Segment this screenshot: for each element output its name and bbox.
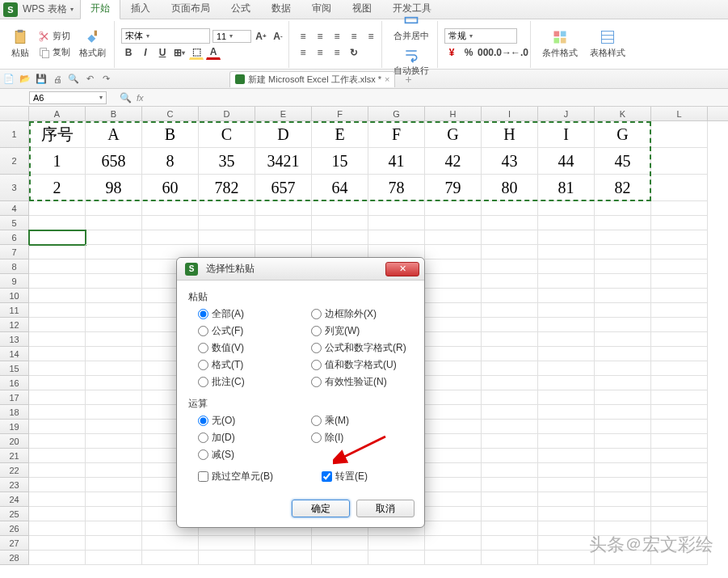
app-menu-dropdown-icon[interactable]: ▾ [70,6,74,13]
underline-button[interactable]: U [155,45,170,60]
cell[interactable] [651,303,708,318]
cell[interactable]: 35 [199,148,255,175]
cell[interactable] [651,148,708,175]
cancel-button[interactable]: 取消 [356,500,414,517]
decrease-decimal-button[interactable]: ←.0 [512,45,527,60]
cell[interactable] [425,478,482,492]
radio-input[interactable] [198,416,208,426]
cell[interactable] [482,216,538,230]
cell[interactable] [29,230,86,245]
select-all-corner[interactable] [0,107,29,120]
merge-center-button[interactable]: 合并居中 [389,11,434,44]
cell[interactable] [482,536,538,551]
cell[interactable]: 41 [368,148,425,175]
cell[interactable]: 657 [255,175,312,201]
cell[interactable] [425,405,482,420]
cell[interactable] [538,390,595,405]
cell[interactable] [86,463,142,478]
dialog-title-bar[interactable]: S 选择性粘贴 ✕ [177,258,424,281]
cell[interactable] [651,230,708,245]
cell[interactable] [482,289,538,303]
cell[interactable] [538,405,595,420]
radio-option[interactable]: 除(I) [311,431,349,445]
cell[interactable] [595,405,651,420]
row-header[interactable]: 4 [0,201,29,216]
row-header[interactable]: 22 [0,463,29,478]
row-header[interactable]: 2 [0,148,29,175]
magnifier-icon[interactable]: 🔍 [120,92,132,103]
radio-input[interactable] [198,449,208,460]
cell[interactable] [86,521,142,536]
cell[interactable] [255,230,312,245]
cell[interactable] [255,536,312,551]
cell[interactable]: 78 [368,175,425,201]
cell[interactable] [425,216,482,230]
cell[interactable] [142,216,199,230]
radio-input[interactable] [311,432,322,443]
row-header[interactable]: 3 [0,175,29,201]
cut-button[interactable]: 剪切 [36,29,72,44]
cell[interactable] [86,478,142,492]
cell[interactable] [29,376,86,390]
number-format-combo[interactable]: 常规▾ [444,28,517,44]
cell[interactable] [199,201,255,216]
font-color-button[interactable]: A [206,45,221,60]
paste-button[interactable]: 粘贴 [6,27,34,61]
column-header[interactable]: E [255,107,312,120]
cell[interactable] [29,492,86,507]
cell[interactable] [538,463,595,478]
increase-font-button[interactable]: A+ [254,29,268,44]
cell[interactable] [29,332,86,347]
close-tab-icon[interactable]: × [385,74,389,84]
cell[interactable] [368,230,425,245]
cell[interactable]: 98 [86,175,142,201]
cell[interactable] [651,376,708,390]
cell[interactable]: E [312,121,368,148]
radio-input[interactable] [198,343,208,353]
cell[interactable] [482,259,538,274]
transpose-checkbox[interactable]: 转置(E) [322,470,368,483]
cell[interactable] [425,449,482,463]
cell[interactable] [538,201,595,216]
cell[interactable] [29,390,86,405]
cell[interactable] [482,361,538,376]
cell[interactable] [482,521,538,536]
add-tab-button[interactable]: + [405,73,411,86]
row-header[interactable]: 1 [0,121,29,148]
menu-tab-0[interactable]: 开始 [80,0,120,19]
redo-icon[interactable]: ↷ [100,74,112,85]
row-header[interactable]: 27 [0,536,29,551]
cell[interactable] [368,536,425,551]
cell[interactable] [199,216,255,230]
cell[interactable]: 43 [482,148,538,175]
cell[interactable] [538,303,595,318]
cell[interactable] [651,201,708,216]
cell[interactable]: 2 [29,175,86,201]
align-center-button[interactable]: ≡ [313,45,327,60]
cell[interactable] [538,274,595,289]
increase-decimal-button[interactable]: .0→ [495,45,510,60]
cell[interactable] [651,390,708,405]
radio-option[interactable]: 公式和数字格式(R) [311,341,406,355]
row-header[interactable]: 17 [0,390,29,405]
undo-icon[interactable]: ↶ [84,74,95,85]
radio-input[interactable] [198,326,208,336]
radio-input[interactable] [198,432,208,443]
cell[interactable] [538,245,595,259]
cell[interactable] [595,259,651,274]
cell[interactable]: 782 [199,175,255,201]
column-header[interactable]: D [199,107,255,120]
cell[interactable] [425,492,482,507]
radio-input[interactable] [311,377,322,387]
cell[interactable] [651,175,708,201]
cell[interactable] [538,420,595,434]
conditional-format-button[interactable]: 条件格式 [537,27,583,61]
cell[interactable] [538,259,595,274]
cell[interactable] [312,201,368,216]
cell[interactable] [86,361,142,376]
cell[interactable] [651,332,708,347]
cell[interactable] [595,434,651,449]
cell[interactable] [651,492,708,507]
cell[interactable] [482,347,538,361]
cell[interactable] [482,449,538,463]
